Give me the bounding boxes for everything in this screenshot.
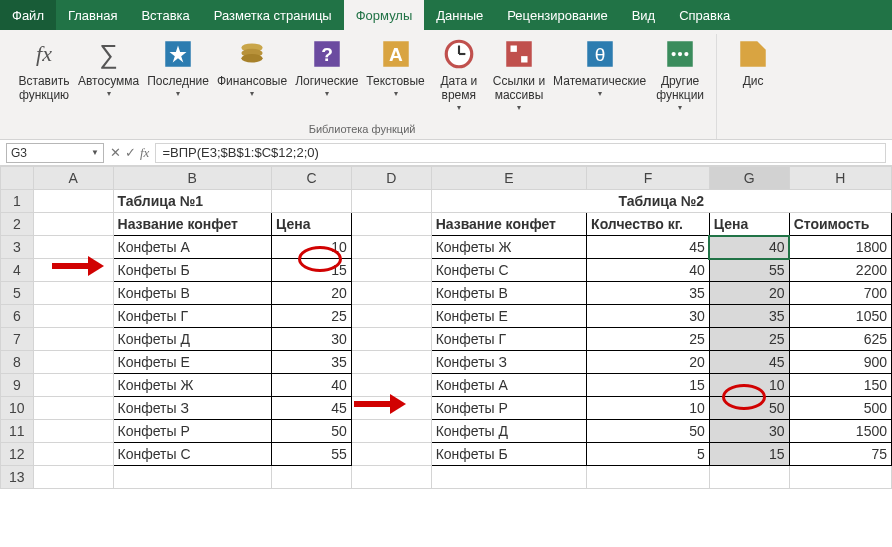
name-manager-button[interactable]: Дис — [723, 34, 783, 91]
cell-active[interactable]: 40 — [709, 236, 789, 259]
cell[interactable]: Конфеты В — [431, 282, 586, 305]
cell[interactable] — [351, 305, 431, 328]
cell[interactable] — [709, 466, 789, 489]
cell[interactable]: 20 — [587, 351, 710, 374]
cell[interactable]: Конфеты Б — [431, 443, 586, 466]
tab-file[interactable]: Файл — [0, 0, 56, 30]
cell[interactable]: Конфеты А — [113, 236, 272, 259]
col-header-E[interactable]: E — [431, 167, 586, 190]
cell[interactable] — [33, 443, 113, 466]
cell[interactable] — [351, 351, 431, 374]
cell[interactable]: 625 — [789, 328, 891, 351]
cell[interactable] — [351, 420, 431, 443]
cell[interactable] — [351, 236, 431, 259]
cell[interactable]: Конфеты Е — [113, 351, 272, 374]
autosum-button[interactable]: ∑ Автосумма▾ — [74, 34, 143, 101]
row-header[interactable]: 11 — [1, 420, 34, 443]
row-header[interactable]: 12 — [1, 443, 34, 466]
cell[interactable]: Конфеты Г — [431, 328, 586, 351]
name-box[interactable]: G3▼ — [6, 143, 104, 163]
col-header-F[interactable]: F — [587, 167, 710, 190]
row-header[interactable]: 6 — [1, 305, 34, 328]
cell[interactable]: Конфеты З — [431, 351, 586, 374]
cell[interactable] — [351, 466, 431, 489]
cell[interactable]: Конфеты Р — [431, 397, 586, 420]
cell[interactable]: 2200 — [789, 259, 891, 282]
row-header[interactable]: 3 — [1, 236, 34, 259]
cell[interactable] — [351, 328, 431, 351]
cell[interactable]: 15 — [587, 374, 710, 397]
cell[interactable]: 35 — [709, 305, 789, 328]
cell[interactable] — [351, 374, 431, 397]
col-header-B[interactable]: B — [113, 167, 272, 190]
cell[interactable]: Конфеты З — [113, 397, 272, 420]
cell[interactable]: 55 — [272, 443, 352, 466]
row-header[interactable]: 13 — [1, 466, 34, 489]
tab-data[interactable]: Данные — [424, 0, 495, 30]
col-header-C[interactable]: C — [272, 167, 352, 190]
cell[interactable]: Таблица №2 — [431, 190, 891, 213]
cell[interactable]: 15 — [709, 443, 789, 466]
cell[interactable] — [351, 213, 431, 236]
cell[interactable]: 5 — [587, 443, 710, 466]
row-header[interactable]: 9 — [1, 374, 34, 397]
cell[interactable] — [351, 443, 431, 466]
cancel-formula-icon[interactable]: ✕ — [110, 145, 121, 160]
cell[interactable]: 55 — [709, 259, 789, 282]
datetime-button[interactable]: Дата и время▾ — [429, 34, 489, 115]
cell[interactable] — [431, 466, 586, 489]
cell[interactable]: 30 — [272, 328, 352, 351]
cell[interactable]: Конфеты Е — [431, 305, 586, 328]
cell[interactable]: 900 — [789, 351, 891, 374]
cell[interactable]: 75 — [789, 443, 891, 466]
row-header[interactable]: 2 — [1, 213, 34, 236]
cell[interactable]: 10 — [709, 374, 789, 397]
cell[interactable]: 25 — [709, 328, 789, 351]
cell[interactable]: Конфеты Ж — [113, 374, 272, 397]
cell[interactable]: 45 — [272, 397, 352, 420]
cell[interactable] — [351, 259, 431, 282]
cell[interactable]: Колчество кг. — [587, 213, 710, 236]
cell[interactable]: 35 — [587, 282, 710, 305]
cell[interactable] — [272, 190, 352, 213]
cell[interactable]: Конфеты Б — [113, 259, 272, 282]
text-button[interactable]: A Текстовые▾ — [362, 34, 428, 101]
cell[interactable]: Конфеты В — [113, 282, 272, 305]
cell[interactable]: 25 — [272, 305, 352, 328]
cell[interactable] — [351, 397, 431, 420]
cell[interactable]: Название конфет — [431, 213, 586, 236]
tab-view[interactable]: Вид — [620, 0, 668, 30]
cell[interactable]: 30 — [587, 305, 710, 328]
cell[interactable]: 1500 — [789, 420, 891, 443]
cell[interactable]: 35 — [272, 351, 352, 374]
cell[interactable]: 40 — [272, 374, 352, 397]
cell[interactable] — [33, 190, 113, 213]
formula-input[interactable]: =ВПР(E3;$B$1:$C$12;2;0) — [155, 143, 886, 163]
cell[interactable] — [33, 305, 113, 328]
row-header[interactable]: 5 — [1, 282, 34, 305]
cell[interactable] — [33, 328, 113, 351]
cell[interactable]: Конфеты Г — [113, 305, 272, 328]
cell[interactable] — [351, 190, 431, 213]
cell[interactable]: Название конфет — [113, 213, 272, 236]
cell[interactable] — [33, 236, 113, 259]
row-header[interactable]: 4 — [1, 259, 34, 282]
cell[interactable]: 15 — [272, 259, 352, 282]
col-header-A[interactable]: A — [33, 167, 113, 190]
cell[interactable]: 500 — [789, 397, 891, 420]
cell[interactable]: 50 — [587, 420, 710, 443]
cell[interactable]: 30 — [709, 420, 789, 443]
cell[interactable]: 150 — [789, 374, 891, 397]
cell[interactable]: 700 — [789, 282, 891, 305]
cell[interactable] — [113, 466, 272, 489]
tab-help[interactable]: Справка — [667, 0, 742, 30]
cell[interactable] — [33, 397, 113, 420]
cell[interactable]: Конфеты С — [431, 259, 586, 282]
row-header[interactable]: 8 — [1, 351, 34, 374]
cell[interactable]: Стоимость — [789, 213, 891, 236]
cell[interactable] — [789, 466, 891, 489]
more-functions-button[interactable]: Другие функции▾ — [650, 34, 710, 115]
cell[interactable]: 45 — [587, 236, 710, 259]
row-header[interactable]: 10 — [1, 397, 34, 420]
tab-home[interactable]: Главная — [56, 0, 129, 30]
